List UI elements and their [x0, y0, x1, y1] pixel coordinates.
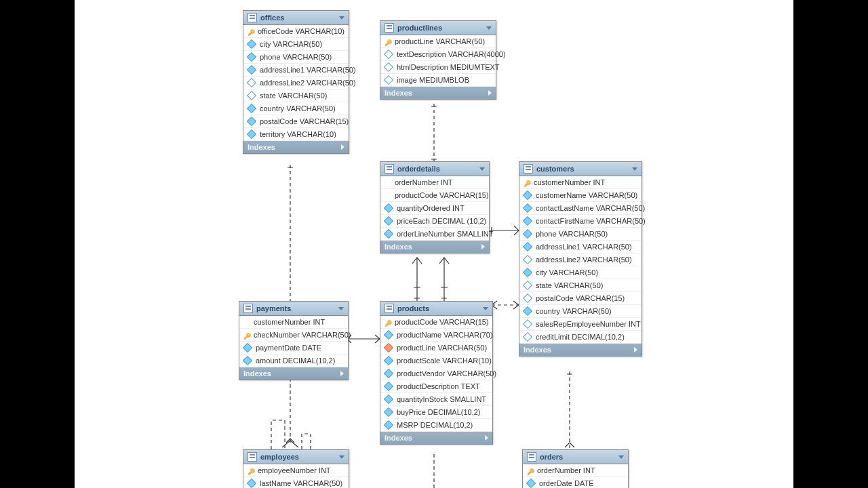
diamond-icon: [523, 293, 532, 303]
indexes-section[interactable]: Indexes: [380, 87, 496, 99]
column-row[interactable]: productDescription TEXT: [380, 380, 492, 393]
column-row[interactable]: phone VARCHAR(50): [519, 228, 642, 241]
table-header[interactable]: productlines: [380, 21, 496, 35]
column-row[interactable]: postalCode VARCHAR(15): [519, 292, 642, 305]
column-row[interactable]: orderDate DATE: [523, 477, 628, 488]
table-orders[interactable]: ordersorderNumber INTorderDate DATEIndex…: [522, 449, 629, 488]
column-row[interactable]: officeCode VARCHAR(10): [243, 25, 349, 38]
diamond-icon: [523, 255, 532, 264]
column-row[interactable]: state VARCHAR(50): [243, 89, 349, 102]
column-row[interactable]: productCode VARCHAR(15): [380, 189, 489, 202]
column-row[interactable]: contactFirstName VARCHAR(50): [519, 215, 642, 228]
table-payments[interactable]: paymentscustomerNumber INTcheckNumber VA…: [239, 301, 349, 380]
column-row[interactable]: phone VARCHAR(50): [243, 51, 349, 64]
table-customers[interactable]: customerscustomerNumber INTcustomerName …: [519, 161, 642, 357]
column-row[interactable]: state VARCHAR(50): [519, 279, 642, 292]
indexes-section[interactable]: Indexes: [243, 141, 349, 153]
column-row[interactable]: productCode VARCHAR(15): [380, 316, 492, 329]
table-productlines[interactable]: productlinesproductLine VARCHAR(50)textD…: [380, 20, 496, 100]
column-row[interactable]: productScale VARCHAR(10): [380, 354, 492, 367]
column-row[interactable]: checkNumber VARCHAR(50): [239, 329, 348, 342]
indexes-label: Indexes: [384, 89, 412, 97]
column-row[interactable]: paymentDate DATE: [239, 342, 348, 354]
column-row[interactable]: productVendor VARCHAR(50): [380, 367, 492, 380]
column-label: quantityOrdered INT: [397, 204, 465, 212]
column-row[interactable]: employeeNumber INT: [243, 464, 349, 477]
diamond-icon: [384, 192, 391, 199]
column-label: productLine VARCHAR(50): [397, 344, 487, 352]
table-employees[interactable]: employeesemployeeNumber INTlastName VARC…: [243, 449, 349, 488]
table-header[interactable]: customers: [519, 162, 642, 176]
column-row[interactable]: customerNumber INT: [239, 316, 348, 329]
indexes-label: Indexes: [524, 346, 551, 354]
column-row[interactable]: addressLine2 VARCHAR(50): [243, 77, 349, 89]
column-row[interactable]: city VARCHAR(50): [519, 266, 642, 279]
column-row[interactable]: territory VARCHAR(10): [243, 128, 349, 141]
column-row[interactable]: htmlDescription MEDIUMTEXT: [380, 61, 496, 74]
table-header[interactable]: orderdetails: [380, 162, 489, 176]
column-row[interactable]: MSRP DECIMAL(10,2): [380, 419, 492, 432]
column-row[interactable]: orderNumber INT: [380, 176, 489, 189]
er-diagram-canvas[interactable]: officesofficeCode VARCHAR(10)city VARCHA…: [75, 0, 793, 488]
column-row[interactable]: quantityOrdered INT: [380, 202, 489, 215]
column-label: orderDate DATE: [539, 479, 594, 487]
table-header[interactable]: offices: [243, 11, 349, 25]
chevron-down-icon: [479, 167, 485, 171]
column-row[interactable]: addressLine2 VARCHAR(50): [519, 253, 642, 266]
indexes-section[interactable]: Indexes: [380, 432, 492, 444]
table-header[interactable]: orders: [523, 450, 628, 464]
diamond-icon: [523, 190, 532, 200]
column-label: orderNumber INT: [537, 466, 595, 474]
chevron-down-icon: [483, 307, 488, 310]
table-header[interactable]: products: [380, 302, 492, 316]
diamond-icon: [247, 117, 256, 126]
column-row[interactable]: addressLine1 VARCHAR(50): [519, 241, 642, 253]
column-label: quantityInStock SMALLINT: [397, 395, 486, 403]
column-label: employeeNumber INT: [258, 466, 331, 474]
column-row[interactable]: productName VARCHAR(70): [380, 329, 492, 342]
table-header[interactable]: employees: [243, 450, 349, 464]
column-label: customerNumber INT: [254, 318, 325, 326]
column-row[interactable]: customerName VARCHAR(50): [519, 189, 642, 202]
column-row[interactable]: customerNumber INT: [519, 176, 642, 189]
table-offices[interactable]: officesofficeCode VARCHAR(10)city VARCHA…: [243, 10, 349, 154]
column-row[interactable]: city VARCHAR(50): [243, 38, 349, 51]
column-label: phone VARCHAR(50): [260, 53, 332, 61]
diamond-icon: [523, 203, 532, 213]
indexes-section[interactable]: Indexes: [519, 344, 642, 356]
column-row[interactable]: contactLastName VARCHAR(50): [519, 202, 642, 215]
column-row[interactable]: productLine VARCHAR(50): [380, 342, 492, 354]
chevron-down-icon: [486, 26, 492, 30]
column-row[interactable]: buyPrice DECIMAL(10,2): [380, 406, 492, 419]
table-icon: [384, 304, 394, 313]
column-row[interactable]: productLine VARCHAR(50): [380, 35, 496, 48]
column-row[interactable]: image MEDIUMBLOB: [380, 74, 496, 87]
column-row[interactable]: orderNumber INT: [523, 464, 628, 477]
diamond-icon: [384, 394, 393, 404]
column-row[interactable]: country VARCHAR(50): [519, 305, 642, 318]
column-row[interactable]: priceEach DECIMAL (10,2): [380, 215, 489, 228]
column-row[interactable]: quantityInStock SMALLINT: [380, 393, 492, 406]
indexes-section[interactable]: Indexes: [380, 241, 489, 253]
column-row[interactable]: amount DECIMAL(10,2): [239, 354, 348, 367]
indexes-section[interactable]: Indexes: [239, 367, 348, 380]
arrow-right-icon: [488, 90, 492, 96]
column-label: postalCode VARCHAR(15): [536, 294, 625, 302]
column-row[interactable]: textDescription VARCHAR(4000): [380, 48, 496, 61]
column-row[interactable]: addressLine1 VARCHAR(50): [243, 64, 349, 77]
column-row[interactable]: creditLimit DECIMAL(10,2): [519, 331, 642, 344]
column-row[interactable]: orderLineNumber SMALLINT: [380, 228, 489, 241]
column-label: productDescription TEXT: [397, 382, 480, 390]
table-header[interactable]: payments: [239, 302, 348, 316]
column-row[interactable]: country VARCHAR(50): [243, 102, 349, 115]
indexes-label: Indexes: [384, 243, 412, 251]
column-row[interactable]: salesRepEmployeeNumber INT: [519, 318, 642, 331]
chevron-down-icon: [339, 455, 344, 459]
column-row[interactable]: lastName VARCHAR(50): [243, 477, 349, 488]
column-row[interactable]: postalCode VARCHAR(15): [243, 115, 349, 128]
column-label: productName VARCHAR(70): [397, 331, 493, 339]
arrow-right-icon: [341, 144, 344, 150]
table-orderdetails[interactable]: orderdetailsorderNumber INTproductCode V…: [380, 161, 490, 253]
table-products[interactable]: productsproductCode VARCHAR(15)productNa…: [380, 301, 493, 445]
diamond-icon: [247, 479, 256, 488]
